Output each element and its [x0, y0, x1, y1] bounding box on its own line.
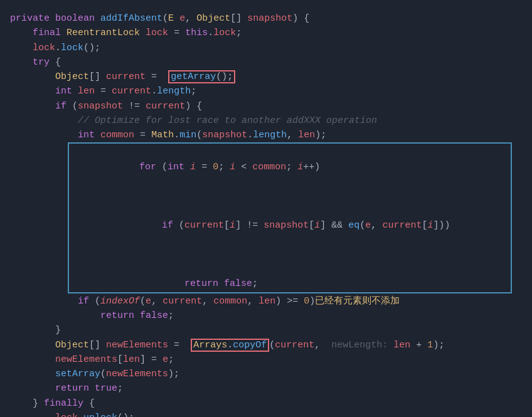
line-17: newElements[len] = e;: [10, 352, 522, 367]
line-9: int common = Math.min(snapshot.length, l…: [10, 128, 522, 142]
line-8: // Optimize for lost race to another add…: [10, 113, 522, 128]
line-1: private boolean addIfAbsent(E e, Object[…: [10, 11, 522, 26]
line-10: for (int i = 0; i < common; i++): [72, 160, 508, 174]
line-16: Object[] newElements = Arrays.copyOf(cur…: [10, 338, 522, 352]
line-15: }: [10, 323, 522, 337]
line-2: final ReentrantLock lock = this.lock;: [10, 26, 522, 40]
line-19: return true;: [10, 381, 522, 396]
line-5: Object[] current = getArray();: [10, 70, 522, 84]
line-11: if (current[i] != snapshot[i] && eq(e, c…: [72, 218, 508, 233]
line-18: setArray(newElements);: [10, 367, 522, 381]
line-14: return false;: [10, 309, 522, 323]
line-21: lock.unlock();: [10, 411, 522, 417]
blue-border-block: for (int i = 0; i < common; i++) if (cur…: [68, 142, 512, 293]
line-20: } finally {: [10, 396, 522, 411]
line-7: if (snapshot != current) {: [10, 99, 522, 113]
line-12: return false;: [72, 277, 508, 291]
code-block: private boolean addIfAbsent(E e, Object[…: [0, 6, 532, 417]
line-3: lock.lock();: [10, 41, 522, 55]
line-13: if (indexOf(e, current, common, len) >= …: [10, 293, 522, 309]
line-4: try {: [10, 55, 522, 70]
line-6: int len = current.length;: [10, 84, 522, 98]
